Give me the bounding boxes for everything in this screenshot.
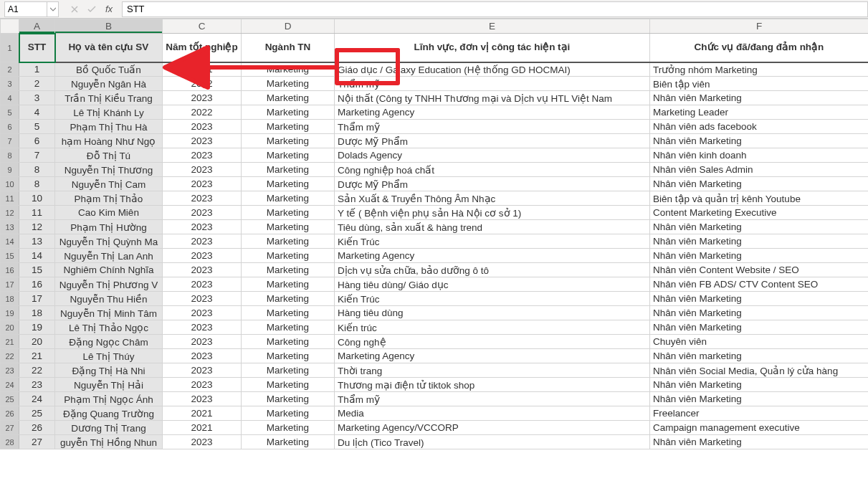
col-header-C[interactable]: C xyxy=(163,19,242,34)
cell[interactable]: 2023 xyxy=(163,263,242,277)
cell[interactable]: Nội thất (Công ty TNHH Thương mại và Dịc… xyxy=(335,91,650,105)
cell[interactable]: Nguyễn Thu Hiền xyxy=(55,292,163,306)
row-header[interactable]: 7 xyxy=(1,134,19,148)
cell[interactable]: 11 xyxy=(19,206,55,220)
cell[interactable]: 3 xyxy=(19,91,55,105)
cell[interactable]: Nhân viên ads facebook xyxy=(650,120,869,134)
cell[interactable]: Thương mại điện tử tiktok shop xyxy=(335,378,650,392)
row-header[interactable]: 1 xyxy=(1,34,19,62)
cell[interactable]: Marketing xyxy=(242,335,335,349)
cell[interactable]: Marketing xyxy=(242,320,335,335)
cell[interactable]: Nhân viên Sales Admin xyxy=(650,163,869,177)
cell[interactable]: Marketing xyxy=(242,378,335,392)
cell[interactable]: 12 xyxy=(19,220,55,234)
cell[interactable]: Kiến Trúc xyxy=(335,234,650,249)
cell[interactable]: Nhân viên Marketing xyxy=(650,220,869,234)
cell[interactable]: Nguyễn Ngân Hà xyxy=(55,77,163,91)
cell[interactable]: Marketing Agency xyxy=(335,349,650,363)
cell[interactable]: Kiến Trúc xyxy=(335,292,650,306)
row-header[interactable]: 23 xyxy=(1,363,19,378)
cell[interactable]: Nhân viên Marketing xyxy=(650,292,869,306)
cell[interactable]: Nhân viên Marketing xyxy=(650,392,869,406)
cell[interactable]: 8 xyxy=(19,163,55,177)
cell[interactable]: 2023 xyxy=(163,435,242,449)
cell[interactable]: Marketing xyxy=(242,206,335,220)
cell[interactable]: Campaign management executive xyxy=(650,421,869,435)
cell[interactable]: Đặng Quang Trường xyxy=(55,406,163,421)
cell[interactable]: Marketing xyxy=(242,392,335,406)
cell[interactable]: Marketing xyxy=(242,91,335,105)
cell[interactable]: Nguyễn Thị Phương V xyxy=(55,277,163,292)
row-header[interactable]: 24 xyxy=(1,378,19,392)
cell[interactable]: 2023 xyxy=(163,91,242,105)
cell[interactable]: Nhân viên marketing xyxy=(650,349,869,363)
cell[interactable]: Lĩnh vực, đơn vị công tác hiện tại xyxy=(335,34,650,62)
cell[interactable]: 2023 xyxy=(163,335,242,349)
row-header[interactable]: 26 xyxy=(1,406,19,421)
row-header[interactable]: 28 xyxy=(1,435,19,449)
cell[interactable]: Thẩm mỹ xyxy=(335,120,650,134)
cell[interactable]: Phạm Thị Thu Hà xyxy=(55,120,163,134)
cell[interactable]: Đặng Thị Hà Nhi xyxy=(55,363,163,378)
select-all-corner[interactable] xyxy=(1,19,19,34)
cell[interactable]: Marketing xyxy=(242,406,335,421)
row-header[interactable]: 12 xyxy=(1,206,19,220)
cell[interactable]: 23 xyxy=(19,378,55,392)
cell[interactable]: 18 xyxy=(19,306,55,320)
row-header[interactable]: 14 xyxy=(1,234,19,249)
cell[interactable]: Đặng Ngọc Châm xyxy=(55,335,163,349)
cell[interactable]: Lê Thị Khánh Ly xyxy=(55,105,163,120)
insert-function-button[interactable]: fx xyxy=(100,1,118,17)
cell[interactable]: Marketing xyxy=(242,191,335,206)
row-header[interactable]: 11 xyxy=(1,191,19,206)
cell[interactable]: 7 xyxy=(19,148,55,163)
cell[interactable]: 2023 xyxy=(163,349,242,363)
cell[interactable]: 2023 xyxy=(163,120,242,134)
cell[interactable]: 2023 xyxy=(163,220,242,234)
cell[interactable]: 2023 xyxy=(163,378,242,392)
cell[interactable]: 2023 xyxy=(163,306,242,320)
cell[interactable]: 2023 xyxy=(163,177,242,191)
cell[interactable]: Marketing xyxy=(242,263,335,277)
cell[interactable]: Marketing xyxy=(242,62,335,77)
row-header[interactable]: 9 xyxy=(1,163,19,177)
cell[interactable]: 2022 xyxy=(163,77,242,91)
cell[interactable]: Marketing xyxy=(242,349,335,363)
cell[interactable]: Marketing xyxy=(242,134,335,148)
cell[interactable]: 2023 xyxy=(163,249,242,263)
cell[interactable]: 19 xyxy=(19,320,55,335)
cell[interactable]: 2023 xyxy=(163,134,242,148)
row-header[interactable]: 16 xyxy=(1,263,19,277)
cell[interactable]: 2023 xyxy=(163,206,242,220)
row-header[interactable]: 6 xyxy=(1,120,19,134)
cell[interactable]: Nhân viên Marketing xyxy=(650,177,869,191)
cell[interactable]: Nguyễn Thị Thương xyxy=(55,163,163,177)
col-header-B[interactable]: B xyxy=(55,19,163,34)
cell[interactable]: 14 xyxy=(19,249,55,263)
cell[interactable]: Nhân viên kinh doanh xyxy=(650,148,869,163)
cell[interactable]: Nguyễn Thị Quỳnh Ma xyxy=(55,234,163,249)
row-header[interactable]: 2 xyxy=(1,62,19,77)
cell[interactable]: Nhân viên Marketing xyxy=(650,91,869,105)
formula-input[interactable]: STT xyxy=(122,1,868,17)
cell[interactable]: Marketing xyxy=(242,435,335,449)
cell[interactable]: Phạm Thị Hường xyxy=(55,220,163,234)
cell[interactable]: Năm tốt nghiệp xyxy=(163,34,242,62)
row-header[interactable]: 20 xyxy=(1,320,19,335)
cell[interactable]: Trần Thị Kiều Trang xyxy=(55,91,163,105)
cell[interactable]: Nguyễn Thị Minh Tâm xyxy=(55,306,163,320)
cell[interactable]: Chuyên viên xyxy=(650,335,869,349)
cell[interactable]: 13 xyxy=(19,234,55,249)
cell[interactable]: Nhân viên Marketing xyxy=(650,306,869,320)
cell[interactable]: 2021 xyxy=(163,406,242,421)
cell[interactable]: Dược Mỹ Phẩm xyxy=(335,134,650,148)
cell[interactable]: Marketing Agency xyxy=(335,105,650,120)
cell[interactable]: Hàng tiêu dùng/ Giáo dục xyxy=(335,277,650,292)
cell[interactable]: Nguyễn Thị Lan Anh xyxy=(55,249,163,263)
cell[interactable]: Marketing xyxy=(242,421,335,435)
cell[interactable]: Du lịch (Tico Travel) xyxy=(335,435,650,449)
cell[interactable]: Dolads Agency xyxy=(335,148,650,163)
spreadsheet-grid[interactable]: A B C D E F 1STTHọ và tên cựu SVNăm tốt … xyxy=(0,19,868,449)
cell[interactable]: Công nghiệp hoá chất xyxy=(335,163,650,177)
cell[interactable]: Marketing Agency/VCCORP xyxy=(335,421,650,435)
